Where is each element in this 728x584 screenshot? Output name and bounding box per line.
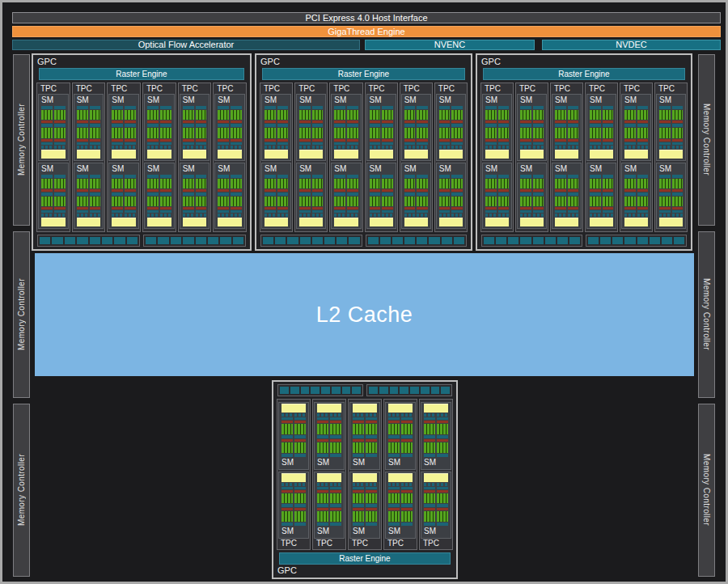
sm-core-grid — [77, 128, 101, 138]
sm-core-grid — [218, 179, 242, 188]
sm-texture-bar — [388, 417, 413, 420]
sm-register-bar — [520, 207, 544, 209]
sm-scheduler-bar — [281, 454, 306, 457]
sm-l1-cache-bar — [218, 218, 242, 226]
sm-l1-cache-bar-segment — [77, 218, 101, 226]
sm-core-grid-segment — [183, 110, 194, 120]
sm-l1-cache-bar-segment — [424, 404, 448, 413]
sm-register-bar — [424, 439, 448, 442]
sm-dispatch-bar — [353, 435, 377, 438]
sm-register-bar-segment — [218, 189, 229, 192]
sm-load-store-units-segment — [659, 214, 671, 217]
sm-l1-cache-bar-segment — [404, 218, 428, 226]
sm-block: SM — [436, 94, 466, 161]
sm-dispatch-bar-segment — [196, 193, 207, 196]
sm-dispatch-bar — [334, 193, 358, 196]
sm-texture-bar — [370, 210, 393, 213]
sm-register-bar — [183, 139, 207, 142]
sm-register-bar — [439, 139, 463, 142]
sm-scheduler-bar — [218, 106, 242, 109]
sm-register-bar-segment — [555, 207, 566, 209]
sm-register-bar-segment — [659, 121, 671, 123]
sm-core-grid-segment — [439, 197, 451, 206]
sm-load-store-units-segment — [603, 146, 614, 149]
sm-core-grid — [334, 179, 358, 188]
sm-texture-bar-segment — [437, 417, 448, 420]
optical-flow-label: Optical Flow Accelerator — [138, 40, 235, 49]
sm-dispatch-bar-segment — [424, 504, 435, 507]
rop-segment — [65, 237, 75, 244]
sm-dispatch-bar-segment — [603, 124, 614, 127]
sm-scheduler-bar-segment — [353, 523, 364, 526]
sm-dispatch-bar-segment — [218, 124, 229, 127]
sm-label: SM — [77, 95, 101, 105]
sm-core-grid-segment — [533, 110, 544, 120]
sm-core-grid — [281, 424, 306, 434]
sm-texture-bar-segment — [401, 417, 413, 420]
sm-core-grid-segment — [568, 110, 579, 120]
sm-scheduler-bar-segment — [637, 175, 649, 178]
sm-core-grid-segment — [520, 179, 531, 188]
sm-scheduler-bar-segment — [404, 175, 416, 178]
sm-texture-bar-segment — [439, 142, 451, 145]
sm-texture-bar — [590, 142, 613, 145]
sm-dispatch-bar — [353, 504, 377, 507]
memory-controller-left-1: Memory Controller — [13, 54, 30, 226]
sm-texture-bar — [299, 210, 323, 213]
sm-l1-cache-bar-segment — [317, 404, 341, 413]
sm-register-bar — [147, 139, 171, 142]
sm-register-bar-segment — [404, 207, 416, 209]
gpc-label: GPC — [276, 565, 454, 576]
sm-dispatch-bar — [218, 124, 242, 127]
sm-dispatch-bar-segment — [353, 435, 364, 438]
sm-core-grid — [485, 197, 509, 206]
sm-load-store-units-segment — [353, 483, 364, 486]
sm-dispatch-bar-segment — [590, 124, 601, 127]
sm-core-grid-segment — [388, 511, 400, 522]
sm-core-grid — [404, 197, 428, 206]
sm-scheduler-bar-segment — [347, 106, 358, 109]
sm-texture-bar-segment — [77, 142, 88, 145]
sm-core-grid-segment — [590, 179, 601, 188]
sm-l1-cache-bar-segment — [41, 218, 66, 226]
sm-core-grid — [388, 424, 413, 434]
sm-label: SM — [520, 95, 544, 105]
sm-dispatch-bar — [265, 124, 288, 127]
sm-l1-cache-bar — [439, 218, 463, 226]
sm-register-bar-segment — [125, 121, 136, 123]
sm-l1-cache-bar — [299, 150, 323, 159]
sm-core-grid — [439, 179, 463, 188]
rop-partition-bar — [260, 235, 362, 247]
sm-register-bar-segment — [370, 189, 381, 192]
nvdec-bar: NVDEC — [542, 40, 721, 50]
rop-segment — [496, 237, 506, 244]
sm-l1-cache-bar-segment — [590, 218, 613, 226]
sm-load-store-units-segment — [183, 146, 194, 149]
sm-core-grid-segment — [624, 179, 636, 188]
sm-register-bar — [281, 490, 306, 493]
sm-scheduler-bar-segment — [160, 106, 171, 109]
rop-segment — [321, 387, 330, 394]
sm-load-store-units — [218, 214, 242, 217]
sm-core-grid — [659, 128, 683, 138]
sm-texture-bar — [77, 142, 101, 145]
sm-core-grid — [485, 110, 509, 120]
sm-register-bar-segment — [90, 189, 101, 192]
sm-register-bar-segment — [231, 139, 242, 142]
sm-dispatch-bar-segment — [659, 193, 671, 196]
sm-dispatch-bar — [659, 124, 683, 127]
sm-core-grid-segment — [520, 197, 531, 206]
sm-core-grid — [218, 110, 242, 120]
memory-controller-label: Memory Controller — [17, 454, 26, 526]
sm-load-store-units-segment — [401, 413, 413, 417]
sm-load-store-units-segment — [294, 413, 306, 417]
sm-load-store-units — [404, 146, 428, 149]
sm-core-grid-segment — [277, 179, 289, 188]
sm-label: SM — [370, 95, 393, 105]
sm-texture-bar-segment — [424, 417, 435, 420]
memory-controller-label: Memory Controller — [17, 278, 26, 350]
memory-controller-label: Memory Controller — [702, 104, 711, 176]
gigathread-engine-bar: GigaThread Engine — [12, 26, 721, 37]
sm-register-bar-segment — [520, 121, 531, 123]
sm-register-bar-segment — [90, 139, 101, 142]
